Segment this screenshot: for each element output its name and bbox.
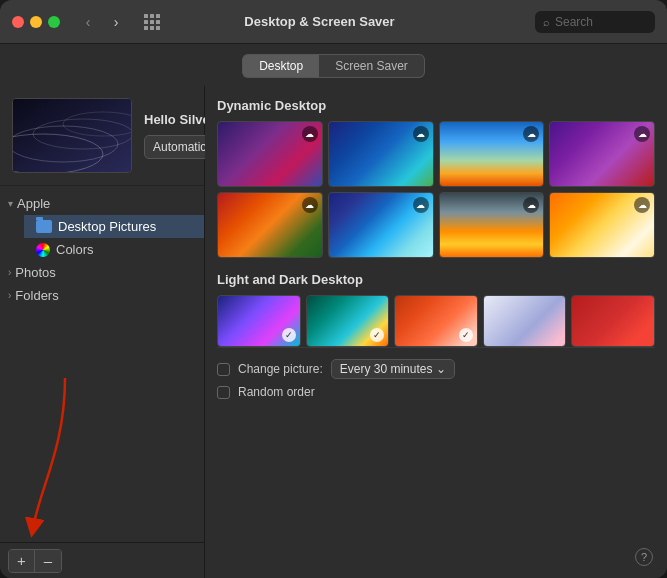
- main-content: Hello Silver Automatic ⌄ ▾ Apple: [0, 86, 667, 578]
- right-panel: Dynamic Desktop ☁ ☁ ☁ ☁ ☁: [205, 86, 667, 578]
- check-badge: ✓: [370, 328, 384, 342]
- titlebar: ‹ › Desktop & Screen Saver ⌕ Search: [0, 0, 667, 44]
- sidebar-item-colors[interactable]: Colors: [24, 238, 204, 261]
- wallpaper-thumb-2[interactable]: ☁: [328, 121, 434, 187]
- ld-thumb-5[interactable]: [571, 295, 655, 347]
- interval-value: Every 30 minutes: [340, 362, 433, 376]
- dropdown-value: Automatic: [153, 140, 206, 154]
- section-label-apple: Apple: [17, 196, 50, 211]
- wallpaper-thumb-4[interactable]: ☁: [549, 121, 655, 187]
- random-order-label: Random order: [238, 385, 315, 399]
- remove-button[interactable]: –: [35, 550, 61, 572]
- tabbar: Desktop Screen Saver: [0, 44, 667, 86]
- sidebar-item-label: Desktop Pictures: [58, 219, 156, 234]
- dynamic-section-label: Dynamic Desktop: [217, 98, 655, 113]
- search-icon: ⌕: [543, 16, 550, 28]
- change-picture-label: Change picture:: [238, 362, 323, 376]
- interval-arrow-icon: ⌄: [436, 362, 446, 376]
- sidebar-item-label: Colors: [56, 242, 94, 257]
- random-order-checkbox[interactable]: [217, 386, 230, 399]
- preview-area: Hello Silver Automatic ⌄: [0, 86, 204, 186]
- cloud-badge: ☁: [523, 126, 539, 142]
- ld-thumb-2[interactable]: ✓: [306, 295, 390, 347]
- wallpaper-thumb-3[interactable]: ☁: [439, 121, 545, 187]
- section-label-folders: Folders: [15, 288, 58, 303]
- cloud-badge: ☁: [413, 126, 429, 142]
- cloud-badge: ☁: [634, 197, 650, 213]
- search-placeholder: Search: [555, 15, 593, 29]
- minimize-button[interactable]: [30, 16, 42, 28]
- light-dark-grid: ✓ ✓ ✓: [217, 295, 655, 347]
- section-label-photos: Photos: [15, 265, 55, 280]
- wallpaper-thumb-6[interactable]: ☁: [328, 192, 434, 258]
- random-order-row: Random order: [217, 382, 655, 402]
- wallpaper-thumb-5[interactable]: ☁: [217, 192, 323, 258]
- change-picture-checkbox[interactable]: [217, 363, 230, 376]
- sidebar-item-desktop-pictures[interactable]: Desktop Pictures: [24, 215, 204, 238]
- chevron-right-icon: ›: [8, 290, 11, 301]
- cloud-badge: ☁: [413, 197, 429, 213]
- wallpaper-thumb-7[interactable]: ☁: [439, 192, 545, 258]
- dynamic-wallpaper-grid: ☁ ☁ ☁ ☁ ☁ ☁: [217, 121, 655, 258]
- cloud-badge: ☁: [302, 197, 318, 213]
- folder-icon: [36, 220, 52, 233]
- search-box[interactable]: ⌕ Search: [535, 11, 655, 33]
- tab-screensaver[interactable]: Screen Saver: [319, 54, 425, 78]
- add-remove-controls: + –: [8, 549, 62, 573]
- change-picture-row: Change picture: Every 30 minutes ⌄: [217, 356, 655, 382]
- window-title: Desktop & Screen Saver: [112, 14, 527, 29]
- ld-thumb-1[interactable]: ✓: [217, 295, 301, 347]
- ld-thumb-4[interactable]: [483, 295, 567, 347]
- sidebar-section-photos[interactable]: › Photos: [0, 261, 204, 284]
- help-button[interactable]: ?: [635, 548, 653, 566]
- cloud-badge: ☁: [634, 126, 650, 142]
- sidebar-bottom-bar: + –: [0, 542, 204, 578]
- check-badge: ✓: [459, 328, 473, 342]
- left-panel: Hello Silver Automatic ⌄ ▾ Apple: [0, 86, 205, 578]
- sidebar-section-apple[interactable]: ▾ Apple: [0, 192, 204, 215]
- back-button[interactable]: ‹: [76, 10, 100, 34]
- color-wheel-icon: [36, 243, 50, 257]
- ld-thumb-3[interactable]: ✓: [394, 295, 478, 347]
- traffic-lights: [12, 16, 60, 28]
- check-badge: ✓: [282, 328, 296, 342]
- interval-dropdown[interactable]: Every 30 minutes ⌄: [331, 359, 456, 379]
- light-dark-section-label: Light and Dark Desktop: [217, 272, 655, 287]
- options-bar: Change picture: Every 30 minutes ⌄ Rando…: [217, 347, 655, 406]
- sidebar-tree: ▾ Apple Desktop Pictures Colors: [0, 186, 204, 542]
- add-button[interactable]: +: [9, 550, 35, 572]
- cloud-badge: ☁: [302, 126, 318, 142]
- wallpaper-thumb-1[interactable]: ☁: [217, 121, 323, 187]
- chevron-right-icon: ›: [8, 267, 11, 278]
- wallpaper-thumb-8[interactable]: ☁: [549, 192, 655, 258]
- cloud-badge: ☁: [523, 197, 539, 213]
- wallpaper-thumbnail: [12, 98, 132, 173]
- maximize-button[interactable]: [48, 16, 60, 28]
- tab-desktop[interactable]: Desktop: [242, 54, 319, 78]
- sidebar-section-folders[interactable]: › Folders: [0, 284, 204, 307]
- close-button[interactable]: [12, 16, 24, 28]
- chevron-down-icon: ▾: [8, 198, 13, 209]
